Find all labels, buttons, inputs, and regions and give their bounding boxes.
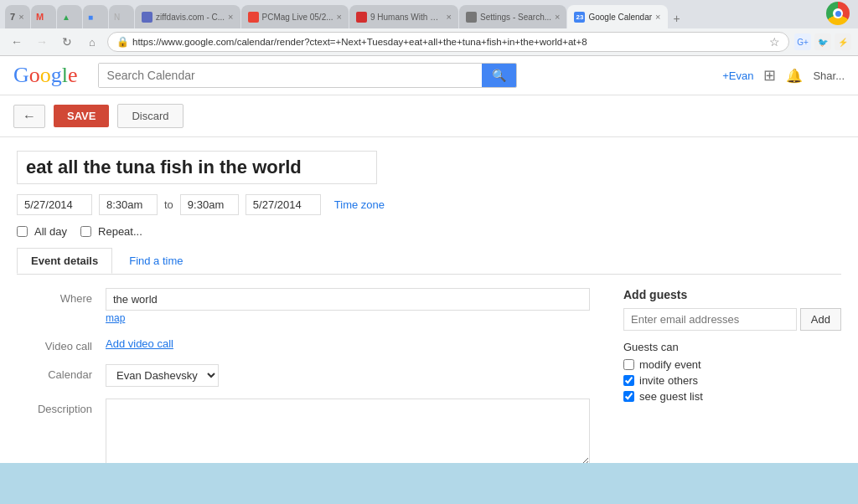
tab-label: Google Calendar <box>588 13 652 22</box>
start-time-input[interactable] <box>99 194 158 215</box>
event-form: to Time zone All day Repeat... Event det… <box>0 137 858 463</box>
tab-close-icon[interactable]: × <box>447 12 452 22</box>
header-right: +Evan ⊞ 🔔 Shar... <box>722 66 845 85</box>
chrome-logo <box>826 2 850 25</box>
repeat-label: Repeat... <box>98 225 142 238</box>
allday-label: All day <box>34 225 67 238</box>
map-link[interactable]: map <box>106 312 590 324</box>
tab-event-details[interactable]: Event details <box>17 248 112 274</box>
search-button[interactable]: 🔍 <box>482 64 516 87</box>
add-guests-title: Add guests <box>623 288 841 301</box>
tab-settings[interactable]: Settings - Search... × <box>459 5 566 28</box>
tab-9humans[interactable]: 9 Humans With R... × <box>349 5 458 28</box>
start-date-input[interactable] <box>17 194 92 215</box>
tabs-bar: 7 × M ▲ ■ N ziffdavis.com - C... × <box>0 0 858 28</box>
where-row: Where map <box>17 288 590 324</box>
repeat-checkbox[interactable] <box>80 226 91 237</box>
calendar-select[interactable]: Evan Dashevsky <box>106 364 219 387</box>
tab-item[interactable]: M <box>31 5 56 28</box>
tab-item[interactable]: N <box>109 5 134 28</box>
tab-find-time[interactable]: Find a time <box>116 248 196 274</box>
where-input[interactable] <box>106 288 590 311</box>
form-body: Where map Video call Add video call Cale… <box>17 288 841 463</box>
forward-button[interactable]: → <box>32 32 52 52</box>
back-button[interactable]: ← <box>7 32 27 52</box>
tab-item[interactable]: 7 × <box>5 5 30 28</box>
see-guest-list-label: see guest list <box>639 390 703 403</box>
modify-event-label: modify event <box>639 358 701 371</box>
form-left: Where map Video call Add video call Cale… <box>17 288 590 463</box>
description-input[interactable] <box>106 399 590 463</box>
tab-close-icon[interactable]: × <box>555 12 560 22</box>
end-date-input[interactable] <box>246 194 321 215</box>
description-row: Description <box>17 399 590 463</box>
share-label[interactable]: Shar... <box>813 69 845 82</box>
ext-icon-1[interactable]: G+ <box>794 33 811 50</box>
invite-others-checkbox[interactable] <box>623 375 634 386</box>
notifications-icon[interactable]: 🔔 <box>786 68 803 84</box>
tab-ziffdavis[interactable]: ziffdavis.com - C... × <box>135 5 240 28</box>
tab-label: Settings - Search... <box>480 13 551 22</box>
action-bar: ← SAVE Discard <box>0 95 858 137</box>
tab-close-icon[interactable]: × <box>228 12 233 22</box>
tab-close-icon[interactable]: × <box>18 12 23 22</box>
google-header: Google 🔍 +Evan ⊞ 🔔 Shar... <box>0 56 858 95</box>
video-call-row: Video call Add video call <box>17 336 590 352</box>
google-logo: Google <box>13 63 78 88</box>
grid-icon[interactable]: ⊞ <box>763 66 776 85</box>
add-guest-button[interactable]: Add <box>800 308 841 331</box>
tab-item[interactable]: ■ <box>83 5 108 28</box>
browser-toolbar: ← → ↻ ⌂ 🔒 https://www.google.com/calenda… <box>0 28 858 56</box>
calendar-label: Calendar <box>17 364 92 381</box>
reload-button[interactable]: ↻ <box>57 32 77 52</box>
timezone-link[interactable]: Time zone <box>334 198 385 211</box>
url-bar[interactable]: 🔒 https://www.google.com/calendar/render… <box>107 32 789 52</box>
url-text: https://www.google.com/calendar/render?c… <box>132 37 766 47</box>
video-call-field: Add video call <box>106 336 590 351</box>
new-tab-button[interactable]: + <box>669 12 685 28</box>
email-input[interactable] <box>623 308 797 331</box>
tab-close-icon[interactable]: × <box>337 12 342 22</box>
form-right: Add guests Add Guests can modify event i… <box>623 288 841 463</box>
discard-button[interactable]: Discard <box>117 104 183 128</box>
event-title-input[interactable] <box>17 151 377 184</box>
back-button[interactable]: ← <box>13 105 45 128</box>
tab-google-calendar[interactable]: 23 Google Calendar × <box>567 5 667 28</box>
where-field: map <box>106 288 590 324</box>
modify-event-checkbox[interactable] <box>623 359 634 370</box>
tab-close-icon[interactable]: × <box>655 12 660 22</box>
form-tabs: Event details Find a time <box>17 248 841 275</box>
ext-icon-2[interactable]: 🐦 <box>814 33 831 50</box>
video-call-label: Video call <box>17 336 92 352</box>
lock-icon: 🔒 <box>116 36 129 48</box>
invite-others-row: invite others <box>623 374 841 387</box>
date-time-row: to Time zone <box>17 194 841 215</box>
home-button[interactable]: ⌂ <box>82 32 102 52</box>
search-box[interactable]: 🔍 <box>98 63 517 88</box>
tab-label: 9 Humans With R... <box>370 13 443 22</box>
extension-icons: G+ 🐦 ⚡ <box>794 33 851 50</box>
tab-label: PCMag Live 05/2... <box>262 13 333 22</box>
ext-icon-3[interactable]: ⚡ <box>835 33 851 50</box>
tab-pcmag[interactable]: PCMag Live 05/2... × <box>241 5 349 28</box>
invite-others-label: invite others <box>639 374 698 387</box>
description-label: Description <box>17 399 92 415</box>
allday-row: All day Repeat... <box>17 225 841 238</box>
search-icon: 🔍 <box>492 69 506 82</box>
see-guest-list-checkbox[interactable] <box>623 391 634 402</box>
where-label: Where <box>17 288 92 305</box>
description-field <box>106 399 590 463</box>
search-input[interactable] <box>99 64 482 87</box>
end-time-input[interactable] <box>180 194 239 215</box>
browser-chrome: 7 × M ▲ ■ N ziffdavis.com - C... × <box>0 0 858 56</box>
email-row: Add <box>623 308 841 331</box>
tab-item[interactable]: ▲ <box>57 5 82 28</box>
save-button[interactable]: SAVE <box>54 105 109 127</box>
bookmark-icon[interactable]: ☆ <box>769 35 780 49</box>
user-name[interactable]: +Evan <box>722 69 753 82</box>
to-label: to <box>164 198 173 211</box>
see-guest-list-row: see guest list <box>623 390 841 403</box>
add-video-call-link[interactable]: Add video call <box>106 337 173 350</box>
tab-label: ziffdavis.com - C... <box>156 13 225 22</box>
allday-checkbox[interactable] <box>17 226 28 237</box>
